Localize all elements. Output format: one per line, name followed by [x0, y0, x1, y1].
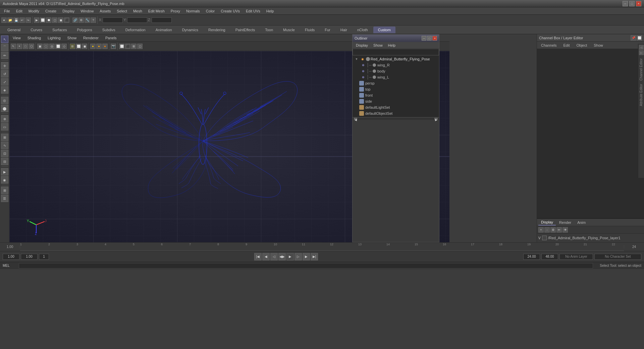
menu-assets[interactable]: Assets: [97, 8, 113, 14]
start-frame-input[interactable]: [3, 254, 19, 260]
layers-opt-btn[interactable]: ⚙: [550, 227, 556, 233]
mel-input[interactable]: [19, 263, 593, 268]
outliner-item-side[interactable]: side: [353, 98, 439, 104]
ipr-icon[interactable]: ◉: [1, 176, 8, 184]
vp-menu-view[interactable]: View: [11, 36, 23, 40]
next-frame-btn[interactable]: ▶: [303, 253, 310, 260]
tab-fur[interactable]: Fur: [320, 27, 335, 33]
outliner-close[interactable]: ✕: [432, 36, 437, 41]
vp-sel-hier[interactable]: ⚬: [17, 44, 22, 49]
outliner-menu-help[interactable]: Help: [386, 43, 398, 48]
toolbar-icon-7[interactable]: ⬜: [40, 17, 45, 23]
current-frame-input[interactable]: [21, 254, 38, 260]
tab-rendering[interactable]: Rendering: [204, 27, 230, 33]
menu-color[interactable]: Color: [203, 8, 217, 14]
move-tool[interactable]: ✛: [1, 62, 8, 69]
outliner-item-objset[interactable]: defaultObjectSet: [353, 110, 439, 116]
vp-menu-renderer[interactable]: Renderer: [81, 36, 101, 40]
outliner-menu-show[interactable]: Show: [371, 43, 385, 48]
timeline-numbers[interactable]: 12345678910111213141516171819202122: [20, 243, 624, 251]
toolbar-icon-11[interactable]: ⬛: [64, 17, 69, 23]
scale-tool[interactable]: ⤢: [1, 78, 8, 86]
range-end-input[interactable]: [541, 254, 558, 260]
prev-key-btn[interactable]: ◁: [270, 253, 278, 260]
tab-deformation[interactable]: Deformation: [121, 27, 150, 33]
layer-tab-anim[interactable]: Anim: [575, 220, 588, 225]
vp-sub[interactable]: ◎: [49, 44, 55, 49]
channel-box-float[interactable]: ⬜: [637, 35, 642, 41]
toolbar-icon-10[interactable]: ◼: [58, 17, 63, 23]
outliner-item-persp[interactable]: persp: [353, 80, 439, 86]
close-button[interactable]: ✕: [636, 1, 641, 6]
go-to-end-btn[interactable]: ▶|: [311, 253, 318, 260]
vp-wire[interactable]: ⊞: [70, 44, 75, 49]
vp-hud[interactable]: ◻: [137, 44, 143, 49]
tab-dynamics[interactable]: Dynamics: [177, 27, 203, 33]
menu-edit[interactable]: Edit: [13, 8, 25, 14]
vp-light2[interactable]: ●: [96, 44, 102, 49]
toolbar-icon-6[interactable]: ▶: [34, 17, 39, 23]
vp-menu-panels[interactable]: Panels: [103, 36, 119, 40]
vp-flat[interactable]: ◼: [82, 44, 87, 49]
rotate-tool[interactable]: ↺: [1, 70, 8, 78]
toolbar-icon-8[interactable]: 🔲: [46, 17, 51, 23]
layers-edit-btn[interactable]: ✏: [556, 227, 562, 233]
prev-frame-btn[interactable]: ◀: [262, 253, 270, 260]
tab-fluids[interactable]: Fluids: [300, 27, 319, 33]
tab-polygons[interactable]: Polygons: [72, 27, 97, 33]
outliner-item-top[interactable]: top: [353, 86, 439, 92]
toolbar-icon-4[interactable]: ↩: [19, 17, 25, 23]
toolbar-icon-2[interactable]: 📁: [7, 17, 13, 23]
outliner-search-input[interactable]: [354, 50, 437, 54]
snap-view[interactable]: ⊟: [1, 158, 8, 165]
show-grid[interactable]: ⊞: [1, 187, 8, 194]
tab-animation[interactable]: Animation: [151, 27, 177, 33]
cb-tab-object[interactable]: Object: [574, 43, 590, 48]
tab-ncloth[interactable]: nCloth: [353, 27, 373, 33]
hscroll-left[interactable]: ◄: [354, 118, 357, 120]
menu-modify[interactable]: Modify: [26, 8, 42, 14]
universal-tool[interactable]: ◈: [1, 86, 8, 94]
minimize-button[interactable]: ─: [623, 1, 628, 6]
menu-create-uvs[interactable]: Create UVs: [218, 8, 243, 14]
play-fwd-btn[interactable]: ▶: [286, 253, 294, 260]
vp-grid[interactable]: ⊞: [131, 44, 137, 49]
toolbar-icon-9[interactable]: ◻: [52, 17, 57, 23]
snap-point[interactable]: ⊡: [1, 150, 8, 157]
menu-edit-mesh[interactable]: Edit Mesh: [146, 8, 167, 14]
vp-frame[interactable]: ⬜: [119, 44, 124, 49]
soft-mod-tool[interactable]: ◎: [1, 97, 8, 104]
go-to-start-btn[interactable]: |◀: [254, 253, 262, 260]
outliner-item-front[interactable]: front: [353, 92, 439, 98]
vp-light1[interactable]: ●: [90, 44, 96, 49]
snap-grid[interactable]: ⊞: [1, 134, 8, 141]
layer-row-1[interactable]: V /Red_Admiral_Butterfly_Flying_Pose_lay…: [538, 234, 643, 242]
layer-visibility[interactable]: [542, 236, 547, 240]
outliner-item-wingl[interactable]: ⊕ wing_L: [353, 74, 439, 80]
menu-mesh[interactable]: Mesh: [130, 8, 145, 14]
menu-help[interactable]: Help: [264, 8, 277, 14]
tab-hair[interactable]: Hair: [336, 27, 352, 33]
channel-box-pin[interactable]: 📌: [631, 35, 636, 41]
toolbar-icon-15[interactable]: ?: [91, 17, 96, 23]
select-tool[interactable]: ↖: [1, 36, 8, 43]
vp-nurbs[interactable]: ◌: [43, 44, 49, 49]
vp-cam[interactable]: 📷: [111, 44, 116, 49]
menu-window[interactable]: Window: [78, 8, 96, 14]
vp-menu-show[interactable]: Show: [65, 36, 79, 40]
vp-light3[interactable]: ●: [102, 44, 108, 49]
vp-smooth[interactable]: ⬜: [76, 44, 81, 49]
tab-toon[interactable]: Toon: [260, 27, 278, 33]
cb-tab-edit[interactable]: Edit: [560, 43, 572, 48]
menu-select[interactable]: Select: [114, 8, 130, 14]
menu-display[interactable]: Display: [60, 8, 77, 14]
cb-tab-channels[interactable]: Channels: [538, 43, 559, 48]
tab-painteffects[interactable]: PaintEffects: [231, 27, 260, 33]
outliner-maximize[interactable]: □: [427, 36, 432, 41]
outliner-hscroll[interactable]: ◄ ►: [353, 117, 439, 120]
show-manip[interactable]: ⊕: [1, 115, 8, 122]
toolbar-icon-5[interactable]: ↪: [25, 17, 31, 23]
vp-sel-comp[interactable]: ⬡: [29, 44, 34, 49]
toolbar-icon-1[interactable]: ●: [1, 17, 7, 23]
tab-muscle[interactable]: Muscle: [278, 27, 300, 33]
